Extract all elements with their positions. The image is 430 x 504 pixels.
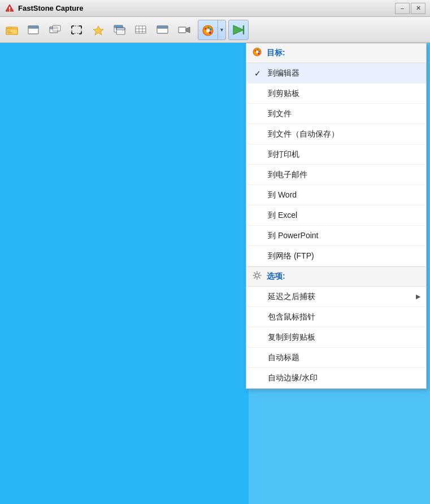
menu-item-label: 到 Word <box>268 190 297 200</box>
menu-item-copy-clipboard[interactable]: 复制到剪贴板 <box>246 327 426 348</box>
menu-item-label: 到 PowerPoint <box>268 231 318 241</box>
open-file-icon <box>6 24 19 36</box>
checkmark-icon: ✓ <box>254 69 261 78</box>
menu-item-label: 到文件 <box>268 109 292 119</box>
svg-point-2 <box>9 10 10 11</box>
capture-window-tool[interactable] <box>45 20 66 40</box>
menu-item-excel[interactable]: 到 Excel <box>246 205 426 226</box>
menu-item-label: 自动标题 <box>268 353 299 363</box>
dropdown-arrow-icon[interactable]: ▼ <box>218 20 225 40</box>
window-title: FastStone Capture <box>18 4 84 12</box>
menu-item-label: 到编辑器 <box>268 68 299 78</box>
svg-rect-24 <box>136 26 146 33</box>
options-section-header: 选项: <box>246 266 426 287</box>
menu-item-label: 到电子邮件 <box>268 170 307 180</box>
menu-item-label: 延迟之后捕获 <box>268 292 315 302</box>
title-bar-left: FastStone Capture <box>5 3 84 14</box>
menu-item-label: 到 Excel <box>268 211 297 221</box>
toolbar: ▼ <box>0 17 430 43</box>
menu-item-label: 复制到剪贴板 <box>268 332 315 343</box>
svg-point-48 <box>256 51 258 53</box>
menu-item-auto-border[interactable]: 自动边缘/水印 <box>246 368 426 388</box>
menu-item-auto-title[interactable]: 自动标题 <box>246 348 426 368</box>
submenu-arrow-icon: ▶ <box>416 293 420 300</box>
svg-rect-4 <box>6 29 18 34</box>
target-section-title: 目标: <box>267 48 285 58</box>
svg-marker-40 <box>233 25 244 34</box>
capture-region-tool[interactable] <box>67 20 87 40</box>
svg-point-45 <box>259 51 260 52</box>
gear-icon <box>252 270 262 281</box>
svg-rect-10 <box>72 26 81 33</box>
region-icon <box>70 24 84 36</box>
open-file-tool[interactable] <box>2 20 23 40</box>
menu-item-label: 到文件（自动保存） <box>268 129 339 139</box>
menu-item-printer[interactable]: 到打印机 <box>246 144 426 165</box>
capture-mode-button[interactable]: ▼ <box>198 20 226 40</box>
fixed-region-icon <box>134 24 148 36</box>
app-icon <box>5 3 15 14</box>
title-bar-controls: − ✕ <box>395 3 425 14</box>
svg-point-49 <box>255 274 259 277</box>
capture-active-tool[interactable] <box>24 20 44 40</box>
menu-item-label: 包含鼠标指针 <box>268 312 315 322</box>
menu-item-file-auto[interactable]: 到文件（自动保存） <box>246 124 426 144</box>
menu-item-delay[interactable]: 延迟之后捕获 ▶ <box>246 287 426 307</box>
svg-marker-19 <box>93 26 103 35</box>
fullscreen-icon <box>156 24 170 36</box>
svg-rect-23 <box>116 28 125 30</box>
capture-fullscreen-tool[interactable] <box>153 20 173 40</box>
palette-icon <box>201 23 215 37</box>
options-section-icon <box>252 270 262 283</box>
scroll-icon <box>113 24 127 36</box>
svg-point-36 <box>210 28 212 30</box>
svg-marker-32 <box>186 27 190 33</box>
menu-item-word[interactable]: 到 Word <box>246 185 426 205</box>
svg-rect-9 <box>53 25 60 31</box>
menu-item-label: 自动边缘/水印 <box>268 373 318 383</box>
svg-point-39 <box>206 29 210 32</box>
svg-point-35 <box>207 27 210 29</box>
close-button[interactable]: ✕ <box>411 3 425 14</box>
svg-point-46 <box>258 53 260 55</box>
menu-item-file[interactable]: 到文件 <box>246 104 426 124</box>
menu-item-label: 到打印机 <box>268 150 299 160</box>
menu-item-clipboard[interactable]: 到剪贴板 <box>246 84 426 104</box>
active-window-icon <box>27 24 41 36</box>
menu-item-label: 到剪贴板 <box>268 89 299 99</box>
window-icon <box>49 24 62 36</box>
capture-dropdown-menu: 目标: ✓ 到编辑器 到剪贴板 到文件 到文件（自动保存） 到打印机 到电子邮件… <box>246 43 427 389</box>
freehand-icon <box>92 24 105 36</box>
background-area <box>0 43 249 504</box>
svg-rect-6 <box>28 26 38 28</box>
next-action-button[interactable] <box>228 20 249 40</box>
capture-mode-icon <box>198 20 218 40</box>
menu-item-editor[interactable]: ✓ 到编辑器 <box>246 63 426 84</box>
record-video-tool[interactable] <box>174 20 194 40</box>
svg-point-44 <box>257 49 259 51</box>
menu-item-cursor[interactable]: 包含鼠标指针 <box>246 307 426 327</box>
svg-rect-30 <box>157 26 168 28</box>
svg-point-37 <box>209 32 211 34</box>
menu-item-ftp[interactable]: 到网络 (FTP) <box>246 246 426 266</box>
capture-custom-tool[interactable] <box>131 20 151 40</box>
menu-item-label: 到网络 (FTP) <box>268 251 314 261</box>
menu-item-powerpoint[interactable]: 到 PowerPoint <box>246 226 426 246</box>
svg-rect-31 <box>179 27 186 33</box>
target-section-icon <box>252 47 262 59</box>
minimize-button[interactable]: − <box>395 3 410 14</box>
menu-item-email[interactable]: 到电子邮件 <box>246 165 426 185</box>
capture-freehand-tool[interactable] <box>88 20 108 40</box>
svg-point-34 <box>205 28 207 30</box>
forward-icon <box>231 23 246 37</box>
record-video-icon <box>177 24 191 36</box>
palette-small-icon <box>252 47 262 57</box>
title-bar: FastStone Capture − ✕ <box>0 0 430 17</box>
capture-scroll-tool[interactable] <box>110 20 130 40</box>
target-section-header: 目标: <box>246 43 426 63</box>
options-section-title: 选项: <box>267 271 285 282</box>
